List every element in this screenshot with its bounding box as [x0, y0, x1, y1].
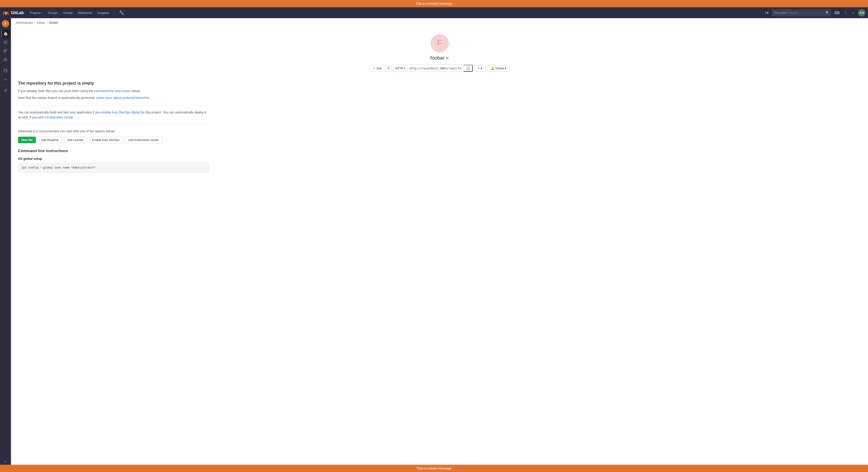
search-icon: 🔍: [826, 11, 829, 14]
sidebar-expand-button[interactable]: >>: [1, 458, 9, 466]
search-scope: This project: [774, 11, 788, 14]
user-avatar-button[interactable]: A ▾: [858, 9, 865, 16]
nav-projects[interactable]: Projects: [28, 10, 45, 16]
protected-branch-text: Note that the master branch is automatic…: [18, 95, 209, 100]
cli-section-title: Command line instructions: [18, 149, 209, 153]
sidebar-item-home[interactable]: 🏠: [1, 30, 9, 38]
sidebar-item-issues[interactable]: [1, 38, 9, 46]
logo-text: GitLab: [11, 10, 24, 15]
breadcrumb-foobar[interactable]: foobar: [37, 21, 45, 24]
star-button[interactable]: ☆ Star: [369, 65, 385, 72]
nav-links: Projects Groups Activity Milestones Snip…: [28, 9, 126, 16]
kubernetes-cluster-link[interactable]: add a Kubernetes cluster: [38, 115, 73, 119]
nav-activity[interactable]: Activity: [61, 10, 75, 16]
top-nav: GitLab Projects Groups Activity Mileston…: [0, 7, 868, 18]
start-options-text: Otherwise it is recommended you start wi…: [18, 129, 209, 133]
add-kubernetes-cluster-button[interactable]: Add Kubernetes cluster: [125, 137, 162, 143]
sidebar-project-avatar: F: [2, 20, 9, 27]
search-input[interactable]: [789, 11, 826, 14]
sidebar-divider: [2, 65, 9, 65]
svg-point-1: [5, 42, 6, 43]
content-body: The repository for this project is empty…: [11, 76, 216, 177]
new-file-button[interactable]: New file: [18, 137, 36, 143]
url-group: HTTP http://localhost:3001/root/fo 📋: [394, 65, 473, 72]
nav-milestones[interactable]: Milestones: [76, 10, 94, 16]
breadcrumb-current: Details: [49, 21, 58, 24]
keyboard-shortcuts-button[interactable]: ⌨: [833, 9, 841, 16]
merge-requests-button[interactable]: ⑂: [843, 9, 849, 16]
svg-rect-7: [4, 69, 7, 72]
add-readme-button[interactable]: Add Readme: [38, 137, 62, 143]
plus-button[interactable]: + ▾: [763, 9, 770, 16]
sidebar-divider-2: [2, 85, 9, 85]
repo-url: http://localhost:3001/root/fo: [407, 65, 464, 71]
sidebar-item-settings[interactable]: ⚙: [1, 87, 9, 95]
svg-point-3: [4, 52, 5, 52]
svg-point-4: [6, 49, 7, 50]
project-actions: ☆ Star 0 HTTP http://localhost:3001/root…: [16, 65, 863, 72]
divider-2: [18, 125, 209, 125]
todos-button[interactable]: ✓: [850, 9, 857, 16]
copy-url-button[interactable]: 📋: [464, 65, 473, 72]
sidebar-item-cicd[interactable]: [1, 56, 9, 64]
auto-devops-text: You can automatically build and test you…: [18, 110, 209, 120]
git-setup-title: Git global setup: [18, 157, 209, 161]
breadcrumb: Administrator › foobar › Details: [11, 18, 868, 27]
notification-button[interactable]: 🔔 Global ▾: [488, 65, 510, 72]
sidebar-item-operations[interactable]: ✂: [1, 75, 9, 83]
project-header: F foobar ⚙ ☆ Star 0 HTTP: [11, 27, 868, 76]
nav-right: + ▾ This project 🔍 ⌨ ⑂ ✓ A ▾: [763, 9, 865, 16]
nav-snippets[interactable]: Snippets: [95, 10, 112, 16]
command-line-link[interactable]: command line instructions: [94, 89, 131, 93]
nav-groups[interactable]: Groups: [46, 10, 60, 16]
star-icon: ☆: [373, 67, 375, 70]
star-group: ☆ Star 0: [369, 65, 392, 72]
main-content: Administrator › foobar › Details F fooba…: [11, 18, 868, 468]
footer-banner: This is a footer message: [0, 465, 868, 468]
breadcrumb-admin[interactable]: Administrator: [16, 21, 33, 24]
project-settings-icon[interactable]: ⚙: [446, 56, 449, 60]
header-banner: This is a header message: [0, 0, 868, 7]
admin-wrench-button[interactable]: 🔧: [117, 9, 126, 16]
sidebar-item-merge-requests[interactable]: [1, 47, 9, 55]
project-avatar: F: [431, 34, 449, 52]
project-name: foobar ⚙: [16, 55, 863, 61]
add-button[interactable]: + ▾: [475, 65, 486, 72]
divider-1: [18, 105, 209, 105]
breadcrumb-sep-2: ›: [46, 21, 48, 24]
sidebar-item-repository[interactable]: [1, 67, 9, 75]
push-instructions-text: If you already have files you can push t…: [18, 89, 209, 94]
auto-devops-link[interactable]: enable Auto DevOps (Beta): [101, 110, 140, 114]
svg-point-2: [4, 49, 5, 50]
main-layout: F 🏠: [0, 18, 868, 468]
enable-auto-devops-button[interactable]: Enable Auto DevOps: [89, 137, 123, 143]
git-setup-code: git config --global user.name "Administr…: [18, 163, 209, 173]
gitlab-logo[interactable]: GitLab: [3, 9, 24, 16]
url-protocol-selector[interactable]: HTTP: [394, 65, 407, 71]
protected-branches-link[interactable]: Learn more about protected branches: [96, 96, 149, 100]
sidebar: F 🏠: [0, 18, 11, 468]
action-buttons: New file Add Readme Add License Enable A…: [18, 137, 209, 143]
add-license-button[interactable]: Add License: [64, 137, 87, 143]
empty-repo-title: The repository for this project is empty: [18, 81, 209, 86]
svg-point-6: [4, 58, 7, 61]
breadcrumb-sep-1: ›: [35, 21, 35, 24]
nav-divider: [114, 10, 115, 15]
search-container: This project 🔍: [772, 9, 831, 16]
star-count: 0: [385, 65, 392, 72]
